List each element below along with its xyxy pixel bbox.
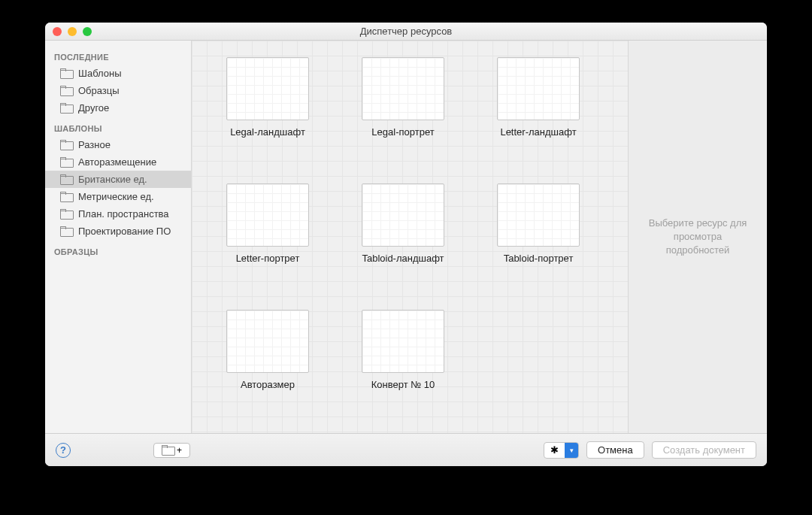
- template-thumb: [226, 183, 309, 247]
- template-item[interactable]: Tabloid-портрет: [474, 183, 602, 296]
- plus-icon: +: [177, 445, 182, 456]
- sidebar-item-label: Проектирование ПО: [78, 226, 171, 237]
- sidebar-item-space-planning[interactable]: План. пространства: [45, 205, 191, 223]
- resource-manager-window: Диспетчер ресурсов ПОСЛЕДНИЕ Шаблоны Обр…: [45, 23, 767, 466]
- zoom-icon[interactable]: [83, 27, 92, 36]
- traffic-lights: [45, 27, 92, 36]
- sidebar-item-imperial[interactable]: Британские ед.: [45, 171, 191, 188]
- folder-icon: [60, 69, 72, 78]
- template-item[interactable]: Legal-ландшафт: [204, 57, 332, 170]
- sidebar-item-autolayout[interactable]: Авторазмещение: [45, 153, 191, 171]
- sidebar-item-label: Шаблоны: [78, 68, 122, 79]
- template-label: Конверт № 10: [371, 379, 435, 390]
- sidebar-item-label: Авторазмещение: [78, 156, 156, 168]
- template-thumb: [362, 57, 444, 120]
- sidebar: ПОСЛЕДНИЕ Шаблоны Образцы Другое ШАБЛОНЫ…: [45, 41, 192, 433]
- template-label: Legal-ландшафт: [230, 126, 305, 138]
- sidebar-item-other-recent[interactable]: Другое: [45, 99, 191, 117]
- footer-bar: ? + ✱ ▾ Отмена Создать документ: [45, 433, 767, 466]
- template-label: Letter-портрет: [236, 253, 300, 264]
- template-item[interactable]: Legal-портрет: [339, 57, 467, 170]
- close-icon[interactable]: [53, 27, 62, 36]
- template-label: Авторазмер: [241, 379, 295, 390]
- template-item[interactable]: Letter-портрет: [204, 183, 332, 296]
- template-label: Legal-портрет: [371, 126, 434, 138]
- sidebar-item-label: Образцы: [78, 85, 120, 96]
- folder-icon: [60, 192, 72, 201]
- template-thumb: [226, 57, 309, 120]
- details-placeholder: Выберите ресурс для просмотра подробност…: [642, 217, 753, 258]
- sidebar-item-label: Метрические ед.: [78, 191, 154, 202]
- template-thumb: [497, 183, 580, 247]
- sidebar-item-label: Другое: [78, 102, 109, 114]
- create-label: Создать документ: [663, 444, 745, 456]
- titlebar[interactable]: Диспетчер ресурсов: [45, 23, 767, 41]
- sidebar-item-metric[interactable]: Метрические ед.: [45, 188, 191, 205]
- folder-icon: [60, 86, 72, 95]
- template-thumb: [362, 310, 444, 373]
- template-item[interactable]: Letter-ландшафт: [474, 57, 602, 170]
- sidebar-item-label: План. пространства: [78, 208, 169, 220]
- sidebar-section-samples: ОБРАЗЦЫ: [45, 240, 191, 259]
- folder-icon: [60, 104, 72, 113]
- sidebar-item-label: Разное: [78, 139, 111, 150]
- help-icon: ?: [60, 444, 66, 456]
- sidebar-item-templates-recent[interactable]: Шаблоны: [45, 65, 191, 82]
- folder-icon: [60, 175, 72, 184]
- create-document-button[interactable]: Создать документ: [652, 441, 756, 459]
- sidebar-section-recent: ПОСЛЕДНИЕ: [45, 45, 191, 65]
- window-title: Диспетчер ресурсов: [45, 26, 767, 37]
- details-pane: Выберите ресурс для просмотра подробност…: [628, 41, 767, 433]
- template-item[interactable]: Авторазмер: [204, 310, 332, 423]
- sidebar-item-software-design[interactable]: Проектирование ПО: [45, 223, 191, 240]
- template-item[interactable]: Tabloid-ландшафт: [339, 183, 467, 296]
- add-folder-button[interactable]: +: [153, 443, 190, 458]
- action-menu-button[interactable]: ✱ ▾: [544, 442, 579, 459]
- sidebar-section-templates: ШАБЛОНЫ: [45, 117, 191, 136]
- template-thumb: [362, 183, 444, 247]
- help-button[interactable]: ?: [56, 443, 71, 458]
- template-label: Letter-ландшафт: [500, 126, 576, 138]
- folder-icon: [60, 227, 72, 236]
- chevron-down-icon: ▾: [570, 447, 574, 454]
- gear-icon: ✱: [550, 444, 559, 456]
- minimize-icon[interactable]: [68, 27, 77, 36]
- template-grid: Legal-ландшафт Legal-портрет Letter-ланд…: [192, 41, 628, 433]
- sidebar-item-samples-recent[interactable]: Образцы: [45, 82, 191, 99]
- folder-icon: [60, 141, 72, 150]
- folder-icon: [60, 210, 72, 219]
- folder-icon: [60, 158, 72, 167]
- template-thumb: [497, 57, 580, 120]
- template-label: Tabloid-ландшафт: [362, 253, 444, 264]
- template-label: Tabloid-портрет: [504, 253, 574, 264]
- sidebar-item-label: Британские ед.: [78, 174, 147, 185]
- folder-icon: [162, 446, 174, 455]
- template-thumb: [226, 310, 309, 373]
- cancel-label: Отмена: [598, 444, 633, 456]
- sidebar-item-misc[interactable]: Разное: [45, 136, 191, 153]
- cancel-button[interactable]: Отмена: [586, 441, 644, 459]
- template-item[interactable]: Конверт № 10: [339, 310, 467, 423]
